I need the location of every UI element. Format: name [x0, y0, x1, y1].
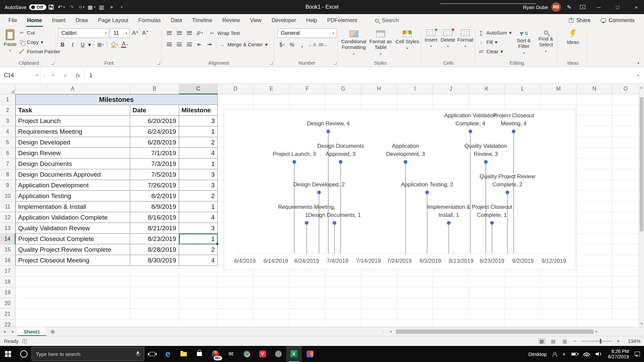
cell-K19[interactable] — [469, 287, 505, 298]
cell-B8[interactable]: 7/5/2019 — [130, 169, 179, 180]
table-style-button[interactable]: ▦▾ — [87, 2, 97, 12]
cell-J21[interactable] — [433, 309, 469, 319]
cell-I1[interactable] — [397, 94, 433, 105]
row-header-21[interactable]: 21 — [0, 309, 15, 319]
cell-L19[interactable] — [505, 287, 541, 298]
cortana-button[interactable] — [16, 346, 32, 362]
cell-B13[interactable]: 8/21/2019 — [130, 223, 179, 234]
cancel-button[interactable]: × — [47, 67, 59, 83]
vivaldi-button[interactable]: V — [255, 346, 270, 362]
wifi-icon[interactable] — [583, 352, 590, 356]
cell-I21[interactable] — [397, 309, 433, 319]
column-header-A[interactable]: A — [15, 84, 130, 94]
copy-button[interactable]: Copy▾ — [18, 38, 60, 46]
number-format-select[interactable]: General▾ — [277, 28, 336, 38]
cell-H18[interactable] — [361, 277, 397, 287]
action-center-icon[interactable] — [635, 352, 640, 356]
taskbar-clock[interactable]: 8:26 PM 6/27/2019 — [608, 349, 629, 359]
cell-I20[interactable] — [397, 298, 433, 309]
cell-B15[interactable]: 8/28/2019 — [130, 244, 179, 255]
cell-A7[interactable]: Design Documents — [15, 159, 130, 169]
cell-C6[interactable]: 4 — [179, 148, 218, 159]
cell-N12[interactable] — [577, 212, 612, 223]
row-header-10[interactable]: 10 — [0, 191, 15, 201]
cell-H1[interactable] — [361, 94, 397, 105]
cell-B17[interactable] — [130, 266, 179, 277]
cell-O20[interactable] — [612, 298, 639, 309]
format-as-table-button[interactable]: Format as Table▾ — [368, 28, 393, 59]
row-header-9[interactable]: 9 — [0, 180, 15, 191]
cell-B3[interactable]: 6/20/2019 — [130, 116, 179, 126]
horizontal-scrollbar-thumb[interactable] — [396, 329, 594, 334]
row-header-5[interactable]: 5 — [0, 137, 15, 148]
cell-O1[interactable] — [612, 94, 639, 105]
cell-F19[interactable] — [289, 287, 325, 298]
cell-K21[interactable] — [469, 309, 505, 319]
close-button[interactable]: × — [629, 0, 644, 14]
paste-button[interactable]: Paste ▾ — [4, 28, 16, 59]
vertical-scrollbar-thumb[interactable] — [640, 97, 643, 231]
taskbar-search[interactable]: Type here to search — [32, 347, 144, 361]
hscroll-left-icon[interactable]: ◄ — [389, 328, 394, 335]
cell-A1[interactable]: Milestones — [15, 94, 218, 105]
cell-K22[interactable] — [469, 319, 505, 327]
row-header-20[interactable]: 20 — [0, 298, 15, 309]
cell-O22[interactable] — [612, 319, 639, 327]
sheet-tab-sheet1[interactable]: Sheet1 — [17, 327, 46, 336]
cell-N17[interactable] — [577, 266, 612, 277]
cell-G22[interactable] — [325, 319, 361, 327]
cell-styles-button[interactable]: Cell Styles▾ — [395, 28, 420, 59]
cell-K20[interactable] — [469, 298, 505, 309]
cell-I18[interactable] — [397, 277, 433, 287]
cell-F18[interactable] — [289, 277, 325, 287]
people-icon[interactable] — [552, 352, 556, 356]
cell-A3[interactable]: Project Launch — [15, 116, 130, 126]
row-header-11[interactable]: 11 — [0, 201, 15, 212]
tab-data[interactable]: Data — [166, 14, 187, 27]
microphone-icon[interactable] — [136, 351, 140, 357]
draw-pen-button[interactable]: ✎ — [564, 2, 574, 12]
row-header-17[interactable]: 17 — [0, 266, 15, 277]
font-name-select[interactable]: Calibri▾ — [58, 28, 109, 38]
column-header-E[interactable]: E — [254, 84, 289, 94]
find-select-button[interactable]: Find & Select▾ — [536, 28, 556, 59]
conditional-formatting-button[interactable]: Conditional Formatting▾ — [341, 28, 366, 59]
cell-K18[interactable] — [469, 277, 505, 287]
row-header-6[interactable]: 6 — [0, 148, 15, 159]
fill-button[interactable]: ↓Fill▾ — [478, 38, 512, 46]
cell-O3[interactable] — [612, 116, 639, 126]
column-header-J[interactable]: J — [433, 84, 469, 94]
decrease-decimal-button[interactable]: .00→ — [318, 40, 327, 49]
cell-C15[interactable]: 2 — [179, 244, 218, 255]
row-header-2[interactable]: 2 — [0, 105, 15, 116]
cell-N4[interactable] — [577, 126, 612, 137]
cell-C20[interactable] — [179, 298, 218, 309]
cell-A13[interactable]: Quality Validation Review — [15, 223, 130, 234]
minimize-button[interactable]: ─ — [591, 0, 606, 14]
normal-view-button[interactable]: ▦ — [538, 338, 546, 345]
cell-L20[interactable] — [505, 298, 541, 309]
cell-B7[interactable]: 7/3/2019 — [130, 159, 179, 169]
increase-indent-button[interactable]: ⇥ — [205, 40, 214, 49]
cell-A6[interactable]: Design Review — [15, 148, 130, 159]
cell-A15[interactable]: Quality Project Review Complete — [15, 244, 130, 255]
cell-M19[interactable] — [541, 287, 577, 298]
page-layout-view-button[interactable]: ▤ — [549, 338, 557, 345]
font-color-button[interactable]: A▾ — [120, 40, 129, 49]
column-header-M[interactable]: M — [541, 84, 577, 94]
cell-N19[interactable] — [577, 287, 612, 298]
cell-N3[interactable] — [577, 116, 612, 126]
underline-dropdown-icon[interactable]: ▾ — [88, 42, 91, 48]
underline-button[interactable]: U — [78, 40, 87, 49]
cell-C12[interactable]: 4 — [179, 212, 218, 223]
cell-F21[interactable] — [289, 309, 325, 319]
cell-G1[interactable] — [325, 94, 361, 105]
cell-A20[interactable] — [15, 298, 130, 309]
clipboard-dialog-launcher[interactable] — [51, 62, 54, 65]
user-avatar[interactable]: RD — [551, 2, 561, 12]
cell-H19[interactable] — [361, 287, 397, 298]
cell-N18[interactable] — [577, 277, 612, 287]
add-sheet-button[interactable]: ⊕ — [50, 328, 55, 335]
cell-C22[interactable] — [179, 319, 218, 327]
milestone-chart[interactable]: 6/4/20196/14/20196/24/20197/4/20197/14/2… — [224, 109, 576, 270]
